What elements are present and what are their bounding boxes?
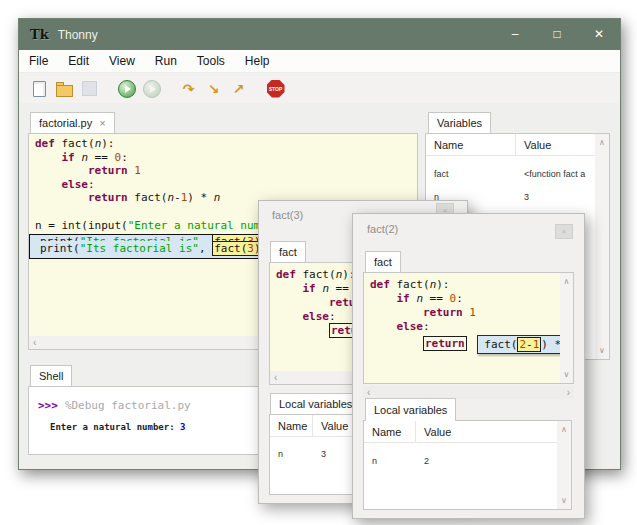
open-file-button[interactable]: [55, 79, 74, 98]
program-output-text: Enter a natural number:: [50, 422, 180, 432]
save-icon: [82, 81, 97, 96]
run-script-button[interactable]: [117, 79, 136, 98]
local-variables-tab-label: Local variables: [279, 398, 352, 410]
menu-tools[interactable]: Tools: [187, 54, 235, 68]
shell-prompt: >>>: [38, 399, 58, 412]
toolbar: ↷ ↘ ↗ STOP: [19, 73, 620, 104]
editor-tab-label: factorial.py: [39, 117, 92, 129]
frame-vertical-scrollbar[interactable]: ∧ ∨: [560, 273, 573, 383]
variable-name: fact: [426, 169, 516, 179]
frame-code-tab[interactable]: fact: [270, 241, 306, 262]
scroll-left-icon[interactable]: ‹: [274, 372, 277, 383]
scroll-down-icon[interactable]: ∨: [599, 346, 605, 355]
title-bar[interactable]: Tk Thonny – □ ✕: [19, 19, 620, 50]
open-folder-icon: [56, 85, 73, 97]
frame-code-tab[interactable]: fact: [365, 251, 401, 272]
menu-bar: File Edit View Run Tools Help: [19, 50, 620, 73]
new-file-icon: [33, 81, 46, 97]
variables-tab-label: Variables: [437, 117, 482, 129]
variable-value: 2: [416, 456, 557, 466]
new-file-button[interactable]: [30, 79, 49, 98]
shell-tab[interactable]: Shell: [30, 365, 72, 386]
variables-header: Name Value: [426, 134, 595, 156]
step-into-icon: ↘: [208, 82, 220, 96]
editor-tab[interactable]: factorial.py ×: [30, 112, 115, 133]
scroll-up-icon[interactable]: ∧: [599, 138, 605, 147]
locals-header: Name Value: [364, 421, 557, 443]
shell-tab-label: Shell: [39, 370, 63, 382]
stop-icon: STOP: [267, 80, 285, 98]
focus-box-active-line: print("Its factorial is", fact(3)): [30, 241, 277, 258]
local-variables-tab-label: Local variables: [374, 404, 447, 416]
frame-tab-label: fact: [279, 246, 297, 258]
step-out-button[interactable]: ↗: [229, 79, 248, 98]
app-icon: Tk: [30, 27, 49, 42]
value-column-header[interactable]: Value: [416, 421, 557, 442]
focus-statement-box: print("Its factorial is", fact(3)) print…: [29, 234, 278, 259]
menu-run[interactable]: Run: [145, 54, 187, 68]
scroll-down-icon[interactable]: ∨: [561, 496, 567, 505]
run-icon: [118, 80, 136, 98]
save-file-button: [80, 79, 99, 98]
shell-magic-command: %Debug factorial.py: [65, 399, 191, 412]
debug-icon: [143, 80, 161, 98]
variable-name: n: [364, 456, 416, 466]
window-controls: – □ ✕: [494, 19, 620, 50]
value-column-header[interactable]: Value: [516, 134, 595, 155]
debug-script-button: [142, 79, 161, 98]
variable-value: <function fact a: [516, 169, 595, 179]
frame-code[interactable]: def fact(n): if n == 0: return 1 else: r…: [364, 273, 560, 383]
menu-edit[interactable]: Edit: [58, 54, 99, 68]
step-over-button[interactable]: ↷: [179, 79, 198, 98]
step-over-icon: ↷: [183, 82, 195, 96]
scroll-down-icon[interactable]: ∨: [564, 370, 570, 379]
name-column-header[interactable]: Name: [426, 134, 516, 155]
table-row[interactable]: n 2: [364, 449, 557, 472]
frame-title: fact(2): [367, 223, 398, 235]
frame-tab-label: fact: [374, 256, 392, 268]
frame-title: fact(3): [272, 209, 303, 221]
scroll-left-icon[interactable]: ‹: [367, 387, 370, 398]
variable-value: 3: [516, 192, 595, 202]
close-button[interactable]: ✕: [578, 19, 620, 50]
stdin-echo-text: 3: [180, 422, 185, 432]
editor-tab-close-icon[interactable]: ×: [99, 117, 105, 129]
scroll-right-icon[interactable]: ›: [567, 387, 570, 398]
menu-file[interactable]: File: [19, 54, 58, 68]
locals-vertical-scrollbar[interactable]: ∧ ∨: [557, 421, 571, 509]
scroll-up-icon[interactable]: ∧: [561, 425, 567, 434]
local-variables-panel: Name Value n 2 ∧ ∨: [363, 420, 572, 510]
stop-button[interactable]: STOP: [266, 79, 285, 98]
step-out-icon: ↗: [233, 82, 245, 96]
menu-help[interactable]: Help: [235, 54, 280, 68]
table-row[interactable]: fact <function fact a: [426, 162, 595, 185]
scroll-left-icon[interactable]: ‹: [33, 337, 36, 348]
step-into-button[interactable]: ↘: [204, 79, 223, 98]
frame-window-fact2: fact(2) × fact def fact(n): if n == 0: r…: [352, 213, 585, 519]
local-variables-tab[interactable]: Local variables: [365, 398, 456, 421]
name-column-header[interactable]: Name: [270, 415, 313, 436]
window-title: Thonny: [58, 28, 98, 42]
variables-vertical-scrollbar[interactable]: ∧ ∨: [595, 134, 609, 359]
local-variables-tab[interactable]: Local variables: [270, 393, 361, 414]
variables-tab[interactable]: Variables: [428, 112, 491, 133]
frame-code-panel: def fact(n): if n == 0: return 1 else: r…: [363, 272, 574, 384]
maximize-button[interactable]: □: [536, 19, 578, 50]
frame-close-button[interactable]: ×: [555, 224, 573, 239]
minimize-button[interactable]: –: [494, 19, 536, 50]
menu-view[interactable]: View: [99, 54, 145, 68]
name-column-header[interactable]: Name: [364, 421, 416, 442]
scroll-up-icon[interactable]: ∧: [564, 277, 570, 286]
variable-name: n: [270, 449, 313, 459]
